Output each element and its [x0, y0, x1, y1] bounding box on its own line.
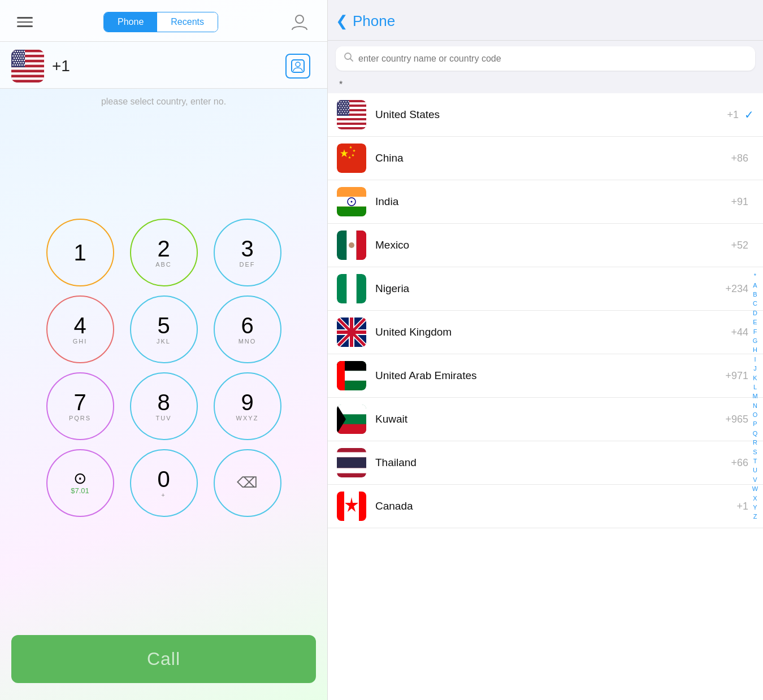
alpha-index-N[interactable]: N	[753, 402, 757, 410]
svg-point-85	[344, 107, 345, 108]
dial-0-button[interactable]: 0 +	[130, 449, 198, 517]
dial-3-button[interactable]: 3 DEF	[214, 219, 281, 286]
alpha-index-G[interactable]: G	[753, 337, 758, 345]
svg-rect-142	[359, 492, 366, 521]
svg-point-97	[340, 113, 341, 114]
alpha-index-M[interactable]: M	[752, 392, 757, 401]
alpha-index-W[interactable]: W	[752, 485, 758, 493]
country-dial-code: +86	[731, 153, 748, 164]
alpha-index-Q[interactable]: Q	[753, 429, 758, 438]
svg-point-26	[18, 53, 19, 54]
alpha-index-L[interactable]: L	[753, 383, 757, 392]
country-list-item[interactable]: Thailand +66	[328, 441, 763, 485]
profile-button[interactable]	[289, 11, 310, 33]
alpha-index-Y[interactable]: Y	[753, 503, 757, 512]
dial-7-button[interactable]: 7 PQRS	[46, 372, 114, 440]
svg-point-55	[21, 64, 23, 66]
alpha-index-I[interactable]: I	[754, 355, 756, 364]
alpha-index-C[interactable]: C	[753, 299, 757, 308]
svg-rect-65	[337, 116, 366, 118]
svg-point-45	[24, 60, 25, 61]
alpha-index-B[interactable]: B	[753, 290, 757, 299]
search-input[interactable]	[358, 54, 747, 64]
alpha-index-O[interactable]: O	[753, 411, 758, 419]
alpha-index-X[interactable]: X	[753, 494, 757, 503]
svg-point-90	[345, 109, 346, 110]
top-nav: Phone Recents	[0, 0, 327, 42]
dial-star-button[interactable]: ⊙ $7.01	[46, 449, 114, 517]
country-list-item[interactable]: Kuwait +965	[328, 398, 763, 441]
svg-point-91	[348, 109, 349, 110]
svg-point-49	[20, 62, 21, 63]
svg-point-79	[340, 105, 341, 106]
svg-point-25	[16, 53, 17, 54]
alpha-index-Z[interactable]: Z	[753, 512, 757, 521]
alpha-index-P[interactable]: P	[753, 420, 757, 428]
svg-point-23	[24, 51, 25, 52]
alpha-index-S[interactable]: S	[753, 448, 757, 456]
country-name: China	[375, 152, 731, 164]
alpha-index-A[interactable]: A	[753, 281, 757, 290]
dial-2-button[interactable]: 2 ABC	[130, 219, 198, 286]
dial-1-button[interactable]: 1	[46, 219, 114, 286]
dial-4-button[interactable]: 4 GHI	[46, 295, 114, 363]
alpha-index-V[interactable]: V	[753, 476, 757, 484]
svg-point-21	[19, 51, 20, 52]
dial-9-button[interactable]: 9 WXYZ	[214, 372, 281, 440]
country-dial-code: +965	[725, 414, 748, 425]
menu-button[interactable]	[17, 17, 33, 27]
back-button[interactable]: ❮	[336, 12, 348, 30]
country-name: India	[375, 195, 731, 208]
country-list-item[interactable]: China +86	[328, 137, 763, 180]
svg-point-31	[17, 55, 18, 56]
svg-point-35	[14, 58, 15, 59]
svg-rect-131	[337, 361, 345, 390]
country-list-item[interactable]: United Kingdom +44	[328, 311, 763, 354]
svg-point-58	[296, 62, 300, 67]
country-dial-code: +971	[725, 370, 748, 382]
country-list-item[interactable]: Canada +1	[328, 485, 763, 528]
svg-point-52	[15, 64, 16, 66]
contacts-button[interactable]	[285, 54, 310, 79]
svg-point-39	[23, 58, 24, 59]
country-name: United Kingdom	[375, 326, 731, 338]
alpha-index-F[interactable]: F	[753, 328, 757, 336]
alpha-index-D[interactable]: D	[753, 309, 757, 318]
dial-6-button[interactable]: 6 MNO	[214, 295, 281, 363]
country-name: Thailand	[375, 456, 731, 469]
svg-point-40	[12, 60, 14, 61]
country-list-item[interactable]: Mexico +52	[328, 224, 763, 267]
dial-8-button[interactable]: 8 TUV	[130, 372, 198, 440]
alpha-index-*[interactable]: *	[754, 272, 756, 280]
country-flag[interactable]	[11, 50, 44, 82]
country-list-item[interactable]: United Arab Emirates +971	[328, 354, 763, 398]
country-dial-code: +234	[725, 283, 748, 295]
alpha-index-J[interactable]: J	[753, 364, 757, 373]
country-list-item[interactable]: Nigeria +234	[328, 267, 763, 311]
alpha-index-T[interactable]: T	[753, 457, 757, 466]
country-list-item[interactable]: India +91	[328, 180, 763, 224]
alpha-index-H[interactable]: H	[753, 346, 757, 354]
dialpad-row-4: ⊙ $7.01 0 + ⌫	[46, 449, 281, 517]
tab-phone[interactable]: Phone	[104, 12, 157, 32]
svg-point-93	[342, 111, 343, 112]
country-list-item[interactable]: United States +1 ✓	[328, 93, 763, 137]
alpha-index-R[interactable]: R	[753, 438, 757, 447]
svg-point-37	[18, 58, 19, 59]
alpha-index-U[interactable]: U	[753, 466, 757, 475]
svg-rect-66	[337, 120, 366, 123]
alpha-index-K[interactable]: K	[753, 374, 757, 382]
dial-delete-button[interactable]: ⌫	[214, 449, 281, 517]
svg-point-78	[338, 105, 339, 106]
svg-point-18	[12, 51, 14, 52]
svg-point-43	[19, 60, 20, 61]
call-button[interactable]: Call	[11, 635, 316, 683]
svg-point-19	[15, 51, 16, 52]
svg-rect-101	[337, 144, 366, 173]
country-name: United Arab Emirates	[375, 369, 725, 382]
tab-recents[interactable]: Recents	[157, 12, 218, 32]
dial-5-button[interactable]: 5 JKL	[130, 295, 198, 363]
country-flag-ca	[337, 492, 366, 521]
svg-point-72	[345, 101, 346, 102]
alpha-index-E[interactable]: E	[753, 318, 757, 327]
